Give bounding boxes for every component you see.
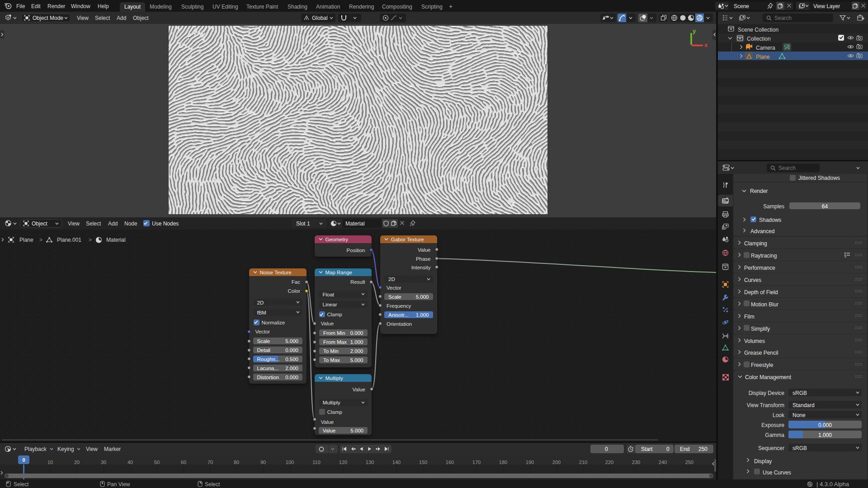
svg-text:x: x	[704, 42, 708, 48]
svg-text:y: y	[693, 28, 696, 34]
